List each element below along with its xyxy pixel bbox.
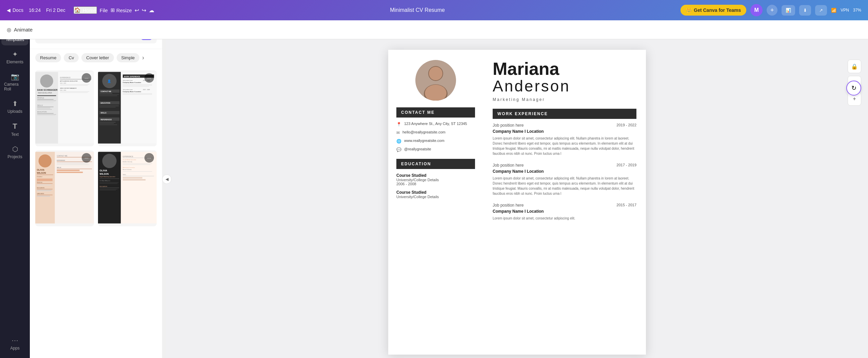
sidebar-item-projects[interactable]: ⬡ Projects — [1, 142, 28, 163]
hide-panel-button[interactable]: ◀ — [162, 174, 172, 184]
svg-rect-85 — [57, 163, 89, 163]
lock-button[interactable]: 🔒 — [848, 60, 861, 73]
file-menu[interactable]: File — [100, 7, 108, 13]
svg-point-94 — [102, 154, 116, 168]
svg-text:Company Name I Location: Company Name I Location — [123, 82, 141, 83]
svg-rect-59 — [99, 122, 116, 122]
redo-button[interactable]: ↪ — [142, 7, 146, 14]
svg-rect-77 — [37, 191, 51, 192]
svg-text:CONTACT ME: CONTACT ME — [57, 155, 67, 157]
get-canva-button[interactable]: 👑 Get Canva for Teams — [680, 5, 746, 16]
svg-rect-35 — [99, 93, 112, 94]
svg-rect-16 — [37, 113, 54, 113]
chevron-left-icon: ◀ — [165, 177, 169, 182]
template-more-button[interactable]: ··· — [144, 153, 154, 163]
undo-button[interactable]: ↩ — [135, 7, 139, 14]
svg-text:👤: 👤 — [107, 79, 111, 83]
plus-icon: + — [853, 96, 856, 102]
svg-rect-114 — [123, 171, 152, 172]
svg-point-122 — [429, 67, 442, 80]
template-card[interactable]: OLIVIA WILSON Creative PROFILE EDUCATION… — [35, 150, 94, 226]
work-item: Job position here 2017 - 2019 Company Na… — [493, 163, 636, 196]
resize-button[interactable]: ⊞ Resize — [111, 7, 132, 13]
education-header: EDUCATION — [396, 159, 475, 169]
svg-text:WEB DEVELOPER: WEB DEVELOPER — [38, 92, 52, 94]
svg-rect-69 — [37, 178, 53, 181]
svg-rect-117 — [123, 177, 142, 178]
work-item: Job position here 2019 - 2022 Company Na… — [493, 123, 636, 156]
template-more-button[interactable]: ··· — [82, 153, 91, 163]
svg-rect-50 — [123, 94, 152, 95]
svg-rect-49 — [123, 93, 152, 94]
tag-cv[interactable]: Cv — [64, 53, 79, 62]
svg-text:EDUCATION: EDUCATION — [37, 187, 44, 189]
svg-rect-44 — [123, 85, 152, 86]
contact-social: 💬 @reallygreatsite — [396, 147, 475, 152]
template-card[interactable]: 👤 CONTACT ME WORK EXPERIENCE Job positio… — [98, 70, 157, 146]
tag-row: Resume Cv Cover letter Simple › — [30, 49, 162, 66]
docs-link[interactable]: ◀ Docs — [7, 7, 23, 13]
tag-cover-letter[interactable]: Cover letter — [81, 53, 114, 62]
animate-button[interactable]: ◎ Animate — [7, 27, 33, 33]
svg-rect-8 — [37, 100, 56, 101]
analytics-button[interactable]: 📊 — [782, 5, 795, 16]
svg-rect-91 — [57, 172, 83, 173]
svg-rect-76 — [37, 190, 52, 191]
svg-text:APPLICATIONS DEVELOPER: APPLICATIONS DEVELOPER — [60, 81, 78, 82]
svg-text:EDUCATION: EDUCATION — [100, 186, 107, 187]
lock-icon: 🔒 — [851, 63, 858, 70]
svg-rect-13 — [37, 108, 50, 108]
template-more-button[interactable]: ··· — [82, 73, 91, 83]
share-button[interactable]: ↗ — [815, 5, 827, 16]
avatar[interactable]: M — [750, 4, 763, 16]
svg-text:Job position here: Job position here — [123, 89, 133, 90]
work-item: Job position here 2015 - 2017 Company Na… — [493, 203, 636, 221]
template-card[interactable]: OLIVIA WILSON Digital Marketing Speciali… — [98, 150, 157, 226]
resume-job-title: Marketing Manager — [493, 97, 636, 102]
sidebar-item-label: Text — [11, 132, 19, 137]
tag-resume[interactable]: Resume — [35, 53, 61, 62]
svg-text:EDUCATION: EDUCATION — [37, 111, 47, 113]
svg-rect-100 — [100, 183, 119, 183]
sidebar-item-uploads[interactable]: ⬆ Uploads — [1, 96, 28, 117]
svg-text:2017 - 2020: 2017 - 2020 — [143, 89, 150, 90]
animate-bar: ◎ Animate — [0, 20, 868, 39]
svg-text:WILSON: WILSON — [37, 172, 46, 174]
svg-text:WILSON: WILSON — [100, 173, 109, 175]
svg-rect-111 — [123, 165, 151, 165]
ai-assist-button[interactable]: ↻ — [846, 81, 861, 96]
svg-rect-27 — [60, 91, 90, 92]
sidebar-item-text[interactable]: T Text — [1, 119, 28, 140]
canvas-area: CONTACT ME 📍 123 Anywhere St., Any City,… — [166, 39, 868, 358]
projects-icon: ⬡ — [12, 145, 18, 153]
sidebar-item-elements[interactable]: ✦ Elements — [1, 47, 28, 68]
svg-text:EDUCATION: EDUCATION — [101, 102, 111, 104]
svg-rect-10 — [37, 103, 54, 103]
sidebar-item-apps[interactable]: ⋯ Apps — [1, 333, 28, 354]
svg-rect-43 — [123, 84, 152, 85]
svg-text:SKILLS: SKILLS — [37, 105, 43, 106]
apps-icon: ⋯ — [12, 336, 18, 344]
more-tags-button[interactable]: › — [142, 53, 144, 62]
contact-address: 📍 123 Anywhere St., Any City, ST 12345 — [396, 122, 475, 127]
svg-text:WEB CONTENT MANAGER: WEB CONTENT MANAGER — [60, 88, 77, 89]
template-card[interactable]: DANI SCHWAIGER WEB DEVELOPER PROFILE SKI… — [35, 70, 94, 146]
svg-rect-105 — [100, 190, 116, 190]
svg-rect-104 — [100, 189, 118, 189]
cloud-save-button[interactable]: ☁ — [149, 7, 154, 14]
add-collaborator-button[interactable]: + — [767, 5, 777, 16]
contact-section-header: CONTACT ME — [396, 107, 475, 118]
sidebar-item-camera-roll[interactable]: 📷 Camera Roll — [1, 69, 28, 95]
svg-rect-110 — [123, 164, 152, 164]
svg-text:DANI SCHWAIGER: DANI SCHWAIGER — [37, 89, 58, 91]
template-more-button[interactable]: ··· — [144, 73, 154, 83]
tag-simple[interactable]: Simple — [117, 53, 140, 62]
templates-grid: DANI SCHWAIGER WEB DEVELOPER PROFILE SKI… — [30, 66, 162, 230]
svg-rect-73 — [37, 185, 51, 186]
download-button[interactable]: ⬇ — [799, 5, 811, 16]
svg-text:2015 - 2020: 2015 - 2020 — [60, 90, 66, 91]
camera-icon: 📷 — [11, 72, 19, 81]
home-button[interactable]: 🏠 Home — [74, 6, 97, 14]
resume-card: CONTACT ME 📍 123 Anywhere St., Any City,… — [388, 50, 646, 355]
svg-text:PROFILE: PROFILE — [37, 97, 44, 99]
